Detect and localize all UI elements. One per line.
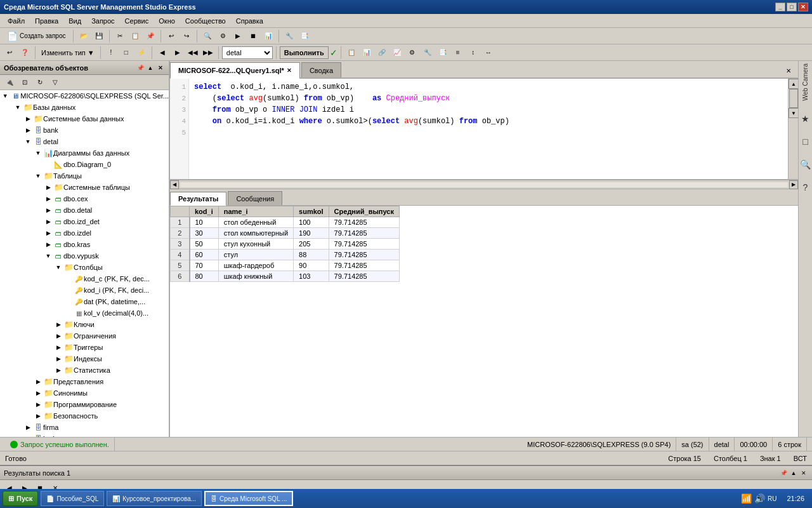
kras-expand-icon[interactable]: ▶	[43, 239, 53, 250]
izdel-expand-icon[interactable]: ▶	[43, 228, 53, 238]
tb2-btn-2[interactable]: ❓	[18, 46, 32, 60]
minimize-button[interactable]: _	[775, 3, 785, 11]
panel-close-icon[interactable]: ✕	[156, 64, 165, 72]
tb2-btn-15[interactable]: 🔧	[421, 46, 435, 60]
tree-databases[interactable]: ▼ 📁 Базы данных	[0, 102, 169, 113]
maximize-button[interactable]: □	[787, 3, 797, 11]
side-star-icon[interactable]: ★	[801, 114, 809, 124]
tree-system-dbs[interactable]: ▶ 📁 Системные базы данных	[0, 113, 169, 124]
tree-col-kol-v[interactable]: ▦ kol_v (decimal(4,0)...	[0, 307, 169, 319]
menu-help[interactable]: Справка	[231, 15, 268, 27]
side-help-icon[interactable]: ?	[803, 182, 808, 192]
tb2-btn-4[interactable]: □	[119, 46, 133, 60]
sys-tables-expand-icon[interactable]: ▶	[43, 182, 53, 192]
cex-expand-icon[interactable]: ▶	[43, 194, 53, 204]
tb2-btn-18[interactable]: ↕	[466, 46, 480, 60]
tree-db-bank[interactable]: ▶ 🗄 bank	[0, 124, 169, 136]
views-expand-icon[interactable]: ▶	[33, 377, 43, 387]
summary-tab[interactable]: Сводка	[301, 62, 341, 77]
tb2-btn-17[interactable]: ≡	[451, 46, 465, 60]
menu-community[interactable]: Сообщество	[180, 15, 231, 27]
search-panel-icons[interactable]: 📌 ▲ ✕	[779, 469, 808, 478]
security-expand-icon[interactable]: ▶	[33, 411, 43, 421]
tb-btn-7[interactable]: ▶	[231, 29, 245, 43]
server-expand-icon[interactable]: ▼	[0, 91, 10, 101]
firma-expand-icon[interactable]: ▶	[23, 422, 33, 432]
stats-expand-icon[interactable]: ▶	[53, 365, 63, 375]
new-query-btn[interactable]: 📄 Создать запрос	[3, 29, 70, 43]
table-row[interactable]: 6 80 шкаф книжный 103 79.714285	[171, 271, 400, 282]
tree-view[interactable]: ▼ 🖥 MICROSOF-622806\SQLEXPRESS (SQL Ser.…	[0, 90, 169, 437]
columns-folder-expand-icon[interactable]: ▼	[53, 262, 63, 272]
tree-programming[interactable]: ▶ 📁 Программирование	[0, 399, 169, 410]
search-close-icon[interactable]: ✕	[799, 469, 808, 478]
tree-keys[interactable]: ▶ 📁 Ключи	[0, 319, 169, 330]
col-header-kod-i[interactable]: kod_i	[190, 206, 219, 217]
tree-table-detal[interactable]: ▶ 🗃 dbo.detal	[0, 204, 169, 216]
h-scroll-left-btn[interactable]: ◀	[170, 180, 179, 189]
tree-indexes[interactable]: ▶ 📁 Индексы	[0, 353, 169, 364]
side-search-icon[interactable]: 🔍	[800, 159, 811, 170]
table-row[interactable]: 2 30 стол компьютерный 190 79.714285	[171, 228, 400, 239]
col-header-sredny[interactable]: Средний_выпуск	[329, 206, 399, 217]
query-text-area[interactable]: select o.kod_i, i.name_i,o.sumkol, (sele…	[189, 79, 788, 179]
table-row[interactable]: 3 50 стул кухонный 205 79.714285	[171, 239, 400, 250]
tree-stats[interactable]: ▶ 📁 Статистика	[0, 364, 169, 376]
table-row[interactable]: 4 60 стул 88 79.714285	[171, 250, 400, 260]
cut-btn[interactable]: ✂	[113, 29, 127, 43]
menu-query[interactable]: Запрос	[86, 15, 119, 27]
side-box-icon[interactable]: □	[802, 137, 808, 147]
table-row[interactable]: 5 70 шкаф-гардероб 90 79.714285	[171, 260, 400, 271]
detal-tbl-expand-icon[interactable]: ▶	[43, 205, 53, 215]
tree-table-izdel[interactable]: ▶ 🗃 dbo.izdel	[0, 227, 169, 239]
diagrams-expand-icon[interactable]: ▼	[33, 148, 43, 158]
taskbar-item-0[interactable]: 📄 Пособие_SQL	[41, 491, 104, 506]
tree-table-kras[interactable]: ▶ 🗃 dbo.kras	[0, 239, 169, 250]
tree-table-izd-det[interactable]: ▶ 🗃 dbo.izd_det	[0, 216, 169, 227]
tree-db-detal[interactable]: ▼ 🗄 detal	[0, 136, 169, 147]
redo-btn[interactable]: ↪	[180, 29, 193, 43]
close-button[interactable]: ✕	[798, 3, 808, 11]
editor-scrollbar[interactable]: ▲ ▼	[788, 79, 798, 179]
tb2-btn-11[interactable]: 📊	[360, 46, 374, 60]
prog-expand-icon[interactable]: ▶	[33, 399, 43, 410]
tree-constraints[interactable]: ▶ 📁 Ограничения	[0, 330, 169, 342]
disconnect-btn[interactable]: ⊡	[18, 76, 32, 90]
tree-triggers[interactable]: ▶ 📁 Триггеры	[0, 342, 169, 353]
tb2-btn-16[interactable]: 📑	[436, 46, 450, 60]
database-selector[interactable]: detal bank firma kadry	[222, 46, 273, 59]
tb2-btn-19[interactable]: ↔	[481, 46, 495, 60]
tree-synonyms[interactable]: ▶ 📁 Синонимы	[0, 387, 169, 399]
query-editor[interactable]: 1 2 3 4 5 select o.kod_i, i.name_i,o.sum…	[170, 79, 798, 180]
query-tab[interactable]: MICROSOF-622...QLQuery1.sql* ✕	[170, 62, 300, 79]
bank-expand-icon[interactable]: ▶	[23, 125, 33, 135]
synonyms-expand-icon[interactable]: ▶	[33, 388, 43, 398]
panel-header-icons[interactable]: 📌 ▲ ✕	[136, 64, 165, 72]
tb2-btn-6[interactable]: ◀	[155, 46, 169, 60]
search-expand-icon[interactable]: ▲	[789, 469, 798, 478]
tree-col-kod-c[interactable]: 🔑 kod_c (PK, FK, dec...	[0, 273, 169, 284]
tb2-btn-8[interactable]: ◀◀	[186, 46, 200, 60]
triggers-expand-icon[interactable]: ▶	[53, 342, 63, 352]
pin-icon[interactable]: 📌	[136, 64, 145, 72]
save-btn[interactable]: 💾	[92, 29, 106, 43]
keys-expand-icon[interactable]: ▶	[53, 319, 63, 330]
tb-btn-6[interactable]: ⚙	[216, 29, 230, 43]
tree-diagrams[interactable]: ▼ 📊 Диаграммы баз данных	[0, 147, 169, 159]
tb2-btn-12[interactable]: 🔗	[375, 46, 389, 60]
tree-security[interactable]: ▶ 📁 Безопасность	[0, 410, 169, 422]
menu-window[interactable]: Окно	[154, 15, 180, 27]
kadry-expand-icon[interactable]: ▶	[23, 434, 33, 437]
open-btn[interactable]: 📂	[77, 29, 91, 43]
tree-tables[interactable]: ▼ 📁 Таблицы	[0, 170, 169, 182]
copy-btn[interactable]: 📋	[128, 29, 142, 43]
taskbar-item-2[interactable]: 🗄 Среда Microsoft SQL ...	[204, 491, 293, 506]
results-grid[interactable]: kod_i name_i sumkol Средний_выпуск 1 10 …	[170, 206, 798, 437]
start-button[interactable]: ⊞ Пуск	[3, 491, 38, 506]
paste-btn[interactable]: 📌	[143, 29, 157, 43]
tree-table-cex[interactable]: ▶ 🗃 dbo.cex	[0, 193, 169, 204]
refresh-btn[interactable]: ↻	[33, 76, 47, 90]
messages-tab[interactable]: Сообщения	[228, 191, 282, 205]
filter-btn[interactable]: ▽	[48, 76, 62, 90]
tb2-btn-7[interactable]: ▶	[171, 46, 185, 60]
